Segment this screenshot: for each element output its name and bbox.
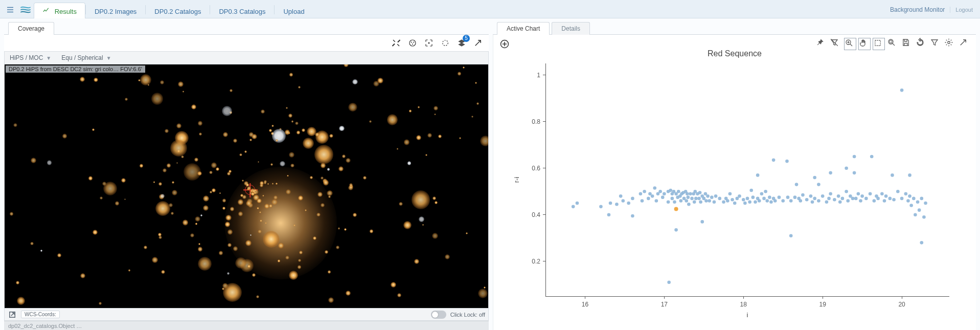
svg-point-190 [916,200,920,204]
svg-point-194 [922,215,926,219]
svg-point-125 [768,195,771,199]
zoom-in-icon[interactable] [844,38,856,50]
tab-dp02-catalogs[interactable]: DP0.2 Catalogs [146,4,210,18]
svg-point-117 [754,200,757,204]
svg-point-154 [837,194,840,198]
box-select-icon[interactable] [873,38,885,50]
reset-icon[interactable] [916,38,928,50]
tab-dp03-catalogs[interactable]: DP0.3 Catalogs [210,4,274,18]
chart-toolbar [815,38,971,50]
svg-point-141 [805,198,809,202]
caret-down-icon: ▼ [46,55,51,61]
svg-point-1 [411,41,412,42]
svg-point-58 [661,195,665,199]
svg-point-100 [713,200,716,204]
svg-point-193 [920,241,923,245]
svg-point-67 [673,200,676,204]
subtab-coverage[interactable]: Coverage [8,22,54,35]
projection-dropdown[interactable]: Equ / Spherical ▼ [61,54,111,61]
hamburger-menu-icon[interactable] [3,1,17,18]
svg-point-152 [829,171,832,175]
svg-point-126 [769,200,773,204]
svg-point-64 [671,197,674,201]
svg-point-196 [674,207,678,211]
svg-point-164 [854,197,858,201]
svg-point-167 [860,194,864,198]
image-toolbar: 5 [4,35,489,51]
svg-point-161 [851,197,855,201]
bottom-status-text: dp02_dc2_catalogs.Object … [8,323,82,329]
logout-link[interactable]: Logout [950,7,973,13]
svg-point-150 [827,197,831,201]
color-stretch-icon[interactable] [406,36,419,50]
svg-point-192 [920,197,923,201]
svg-point-188 [912,197,916,201]
gear-icon[interactable] [944,38,956,50]
svg-point-87 [694,197,698,201]
svg-point-155 [838,200,842,204]
background-monitor-link[interactable]: Background Monitor [890,6,945,13]
svg-point-115 [749,189,753,192]
svg-point-170 [870,155,874,159]
svg-point-5 [443,40,448,46]
svg-text:19: 19 [819,301,826,308]
add-chart-button[interactable] [498,38,511,50]
click-lock-toggle[interactable] [431,311,446,319]
zoom-fit-icon[interactable] [887,38,899,50]
svg-point-185 [908,194,911,198]
svg-point-96 [704,199,708,203]
scatter-plot[interactable]: 16171819200.20.40.60.81ir-i [510,58,960,324]
svg-point-2 [413,41,414,42]
svg-point-186 [908,173,911,177]
tab-results[interactable]: Results [34,3,85,18]
image-pane: Coverage 5 HiPS / [0,18,491,330]
svg-point-159 [846,199,850,203]
svg-point-144 [813,197,816,201]
sky-viewer[interactable]: DP0.2 HiPS from DESC DC2 sim: gri colo… … [4,64,489,309]
svg-point-176 [884,194,888,198]
pan-icon[interactable] [858,38,871,50]
tab-dp02-images[interactable]: DP0.2 Images [86,4,145,18]
recenter-icon[interactable] [422,36,436,50]
svg-point-91 [699,200,702,204]
svg-point-120 [758,199,761,203]
subtab-details[interactable]: Details [552,22,590,35]
svg-point-50 [643,190,646,193]
save-icon[interactable] [901,38,914,50]
svg-rect-11 [890,40,892,43]
top-nav: Results DP0.2 Images DP0.2 Catalogs DP0.… [0,0,980,18]
svg-text:17: 17 [661,301,668,308]
svg-point-136 [793,195,797,199]
workspace: Coverage 5 HiPS / [0,18,980,330]
svg-point-191 [918,208,921,212]
svg-point-184 [906,199,910,203]
pin-icon[interactable] [815,38,828,50]
svg-point-113 [746,197,749,201]
subtab-active-chart[interactable]: Active Chart [497,22,550,35]
viewer-footer: WCS-Coords: Click Lock: off [4,309,489,321]
svg-point-0 [409,40,416,46]
expand-chart-icon[interactable] [959,38,971,50]
svg-point-180 [896,190,900,193]
svg-point-44 [622,199,625,203]
filter-icon[interactable] [930,38,942,50]
region-select-icon[interactable] [439,36,452,50]
svg-point-42 [615,203,619,206]
clear-filter-icon[interactable] [830,38,842,50]
svg-point-162 [853,155,856,159]
svg-point-135 [789,234,793,237]
tools-icon[interactable] [390,36,403,50]
tab-label: DP0.3 Catalogs [219,8,265,15]
svg-point-71 [677,190,680,193]
svg-text:r-i: r-i [513,177,520,183]
tab-upload[interactable]: Upload [275,4,313,18]
svg-point-112 [743,202,747,205]
svg-point-178 [891,173,894,177]
hips-moc-dropdown[interactable]: HiPS / MOC ▼ [10,54,51,61]
svg-point-165 [857,192,860,196]
expand-icon[interactable] [471,36,485,50]
svg-point-169 [869,192,872,196]
layers-icon[interactable]: 5 [455,36,468,50]
popout-icon[interactable] [8,310,17,319]
svg-text:20: 20 [898,301,905,308]
